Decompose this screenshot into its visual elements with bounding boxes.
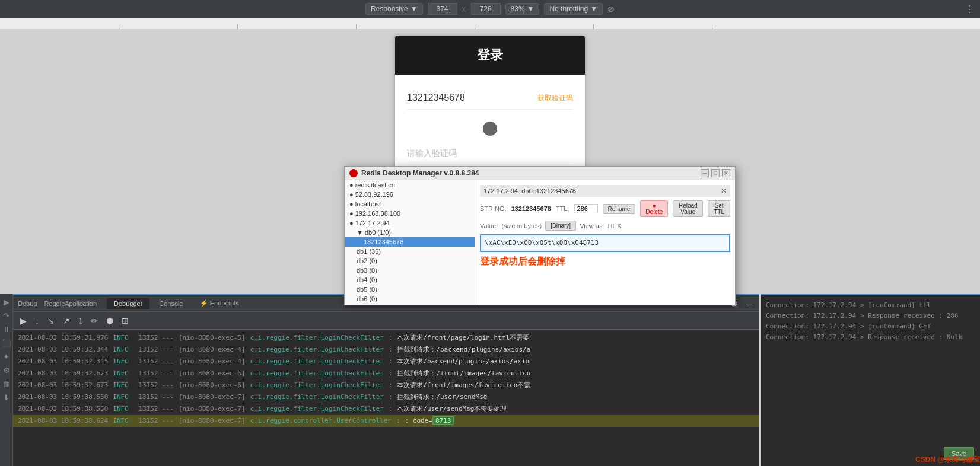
ide-step-over-icon[interactable]: ↷ [2, 310, 11, 321]
tree-item-db3[interactable]: db3 (0) [345, 266, 475, 275]
responsive-label: Responsive [371, 5, 408, 13]
log-thread: [nio-8080-exec-4] [179, 344, 246, 355]
ide-settings-icon[interactable]: ⚙ [2, 365, 11, 376]
redis-content: ● redis.itcast.cn ● 52.83.92.196 ● local… [345, 180, 735, 305]
tree-item-db1[interactable]: db1 (35) [345, 247, 475, 256]
ide-log-area: 2021-08-03 10:59:31.976 INFO 13152 --- [… [13, 330, 759, 466]
string-value: 13212345678 [511, 205, 551, 212]
log-level: INFO [113, 356, 133, 367]
code-input-row[interactable]: 请输入验证码 [407, 148, 573, 165]
log-level: INFO [113, 392, 133, 403]
code-value: 8713 [432, 416, 454, 425]
toolbar-step-into-btn[interactable]: ↘ [45, 315, 57, 327]
view-as-label: View as: [580, 222, 604, 229]
rename-btn[interactable]: Rename [603, 204, 636, 214]
more-options-icon[interactable]: ⋮ [965, 4, 974, 15]
log-thread: [nio-8080-exec-6] [179, 380, 246, 391]
toolbar-breakpoints-btn[interactable]: ⬢ [104, 315, 116, 327]
tree-item-172[interactable]: ● 172.17.2.94 [345, 218, 475, 228]
log-level: INFO [113, 380, 133, 391]
log-level: INFO [113, 416, 133, 426]
log-class: c.i.reggie.controller.UserController [250, 416, 392, 426]
tab-console[interactable]: Console [152, 298, 190, 309]
log-thread: [nio-8080-exec-7] [179, 404, 246, 414]
throttling-btn[interactable]: No throttling ▼ [544, 3, 603, 15]
no-cache-icon[interactable]: ⊘ [607, 4, 615, 14]
maximize-btn[interactable]: □ [711, 169, 720, 177]
tree-item-db6[interactable]: db6 (0) [345, 294, 475, 304]
log-row: 2021-08-03 10:59:32.673 INFO 13152 --- [… [13, 379, 759, 391]
log-message: : code=8713 [405, 416, 755, 426]
tree-item-db2[interactable]: db2 (0) [345, 256, 475, 266]
ide-trash-icon[interactable]: 🗑 [1, 378, 11, 390]
ttl-input[interactable] [574, 204, 598, 213]
log-level: INFO [113, 333, 133, 343]
endpoints-icon: ⚡ [200, 299, 208, 307]
toolbar-threads-btn[interactable]: ⊞ [119, 315, 131, 327]
zoom-chevron: ▼ [527, 5, 534, 13]
responsive-btn[interactable]: Responsive ▼ [365, 3, 423, 15]
tree-item-52[interactable]: ● 52.83.92.196 [345, 190, 475, 199]
redis-tree-panel: ● redis.itcast.cn ● 52.83.92.196 ● local… [345, 180, 475, 305]
toolbar-step-over-btn[interactable]: ↓ [33, 315, 42, 327]
size-hint: (size in bytes) [501, 222, 542, 229]
tree-item-db5[interactable]: db5 (0) [345, 285, 475, 294]
log-sep: : [389, 333, 393, 343]
ide-search-icon[interactable]: ⬇ [2, 392, 11, 403]
tree-item-192[interactable]: ● 192.168.38.100 [345, 209, 475, 218]
log-pid: 13152 --- [138, 356, 174, 367]
right-panel-line-2: Connection: 172.17.2.94 > Response recei… [766, 311, 975, 321]
redis-titlebar: Redis Desktop Manager v.0.8.8.384 ─ □ ✕ [345, 167, 735, 180]
tab-debugger[interactable]: Debugger [107, 298, 149, 309]
redis-value-content: \xAC\xED\x00\x05t\x00\x048713 [485, 239, 599, 247]
tree-item-db4[interactable]: db4 (0) [345, 275, 475, 285]
ide-run-icon[interactable]: ▶ [2, 296, 11, 308]
log-message: 本次请求/front/page/login.html不需要 [397, 333, 755, 343]
width-input[interactable] [428, 3, 457, 15]
tree-item-key[interactable]: 13212345678 [345, 237, 475, 247]
delete-btn[interactable]: ● Delete [640, 200, 668, 217]
zoom-btn[interactable]: 83% ▼ [505, 3, 540, 15]
log-row: 2021-08-03 10:59:32.344 INFO 13152 --- [… [13, 344, 759, 356]
log-timestamp: 2021-08-03 10:59:38.550 [18, 392, 108, 403]
redis-title-left: Redis Desktop Manager v.0.8.8.384 [349, 169, 479, 177]
toolbar-run-cursor-btn[interactable]: ⤵ [76, 315, 85, 327]
close-btn[interactable]: ✕ [722, 169, 730, 177]
toolbar-eval-btn[interactable]: ✏ [88, 315, 100, 327]
log-timestamp: 2021-08-03 10:59:32.344 [18, 344, 108, 355]
log-level: INFO [113, 404, 133, 414]
toolbar-step-out-btn[interactable]: ↗ [61, 315, 72, 327]
log-pid: 13152 --- [138, 380, 174, 391]
height-input[interactable] [471, 3, 501, 15]
tree-item-localhost[interactable]: ● localhost [345, 199, 475, 209]
log-timestamp: 2021-08-03 10:59:31.976 [18, 333, 108, 343]
log-thread: [nio-8080-exec-5] [179, 333, 246, 343]
ide-debug-label: Debug [18, 300, 37, 307]
minimize-btn[interactable]: ─ [701, 169, 709, 177]
get-code-btn[interactable]: 获取验证码 [537, 93, 573, 103]
redis-logo-icon [349, 169, 358, 177]
ide-bookmark-icon[interactable]: ✦ [2, 351, 11, 362]
ide-stop-icon[interactable]: ⬛ [1, 337, 12, 349]
tree-item-redis-itcast[interactable]: ● redis.itcast.cn [345, 180, 475, 190]
log-timestamp: 2021-08-03 10:59:38.624 [18, 416, 108, 426]
ide-pause-icon[interactable]: ⏸ [1, 324, 11, 335]
binary-btn[interactable]: [Binary] [545, 221, 576, 231]
log-class: c.i.reggie.filter.LoginCheckFilter [250, 404, 384, 414]
log-thread: [nio-8080-exec-7] [179, 416, 246, 426]
tree-item-db7[interactable]: db7 (0) [345, 304, 475, 305]
redis-tab-close[interactable]: ✕ [721, 187, 727, 195]
redis-value-box[interactable]: \xAC\xED\x00\x05t\x00\x048713 [480, 234, 730, 252]
phone-number: 13212345678 [407, 92, 537, 103]
log-class: c.i.reggie.filter.LoginCheckFilter [250, 392, 384, 403]
login-title: 登录 [477, 47, 503, 62]
tab-endpoints[interactable]: ⚡ Endpoints [193, 297, 246, 309]
ide-minimize-icon[interactable]: ─ [744, 298, 755, 309]
set-ttl-btn[interactable]: Set TTL [708, 200, 730, 217]
tree-item-db0[interactable]: ▼ db0 (1/0) [345, 228, 475, 237]
log-row: 2021-08-03 10:59:32.673 INFO 13152 --- [… [13, 368, 759, 379]
redis-annotation: 登录成功后会删除掉 [480, 256, 730, 268]
reload-btn[interactable]: Reload Value [673, 200, 703, 217]
log-class: c.i.reggie.filter.LoginCheckFilter [250, 368, 384, 379]
toolbar-run-btn[interactable]: ▶ [18, 315, 29, 327]
